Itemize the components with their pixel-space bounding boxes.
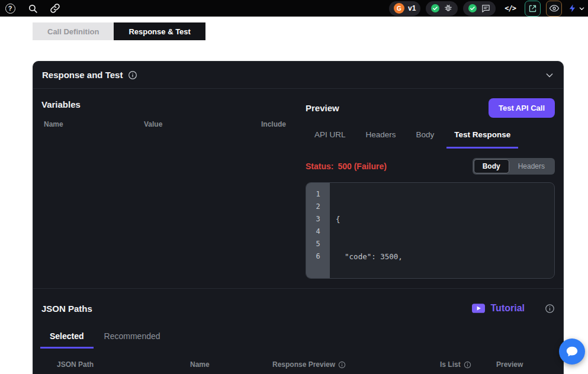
code-line: "code": 3500,	[336, 250, 548, 263]
body-headers-toggle: Body Headers	[473, 158, 555, 175]
bug-icon	[444, 4, 453, 13]
tab-recommended[interactable]: Recommended	[104, 331, 160, 349]
open-external-button[interactable]	[525, 1, 541, 17]
json-paths-header-right: Tutorial	[472, 303, 555, 314]
variables-section: Variables Name Value Include	[41, 98, 302, 279]
comment-icon	[481, 4, 491, 14]
tab-test-response[interactable]: Test Response	[446, 130, 518, 149]
variables-column-headers: Name Value Include	[41, 120, 302, 128]
code-icon[interactable]: </>	[501, 4, 519, 12]
variables-title: Variables	[41, 99, 302, 109]
tab-headers[interactable]: Headers	[366, 130, 396, 149]
code-line: {	[336, 213, 548, 225]
column-include: Include	[261, 120, 302, 128]
toggle-body[interactable]: Body	[474, 159, 509, 173]
chat-launcher-button[interactable]	[559, 338, 585, 365]
help-glyph: ?	[5, 4, 15, 14]
version-badge[interactable]: G v1	[389, 1, 420, 16]
line-number: 2	[306, 201, 330, 213]
topbar-right-group: G v1 </>	[389, 1, 588, 17]
tab-api-url[interactable]: API URL	[314, 130, 346, 149]
column-value: Value	[144, 120, 261, 128]
column-is-list-label: Is List	[440, 360, 461, 369]
check-circle-icon	[468, 4, 477, 13]
preview-section: Preview Test API Call API URL Headers Bo…	[302, 98, 555, 279]
tab-call-definition[interactable]: Call Definition	[33, 22, 114, 40]
help-icon[interactable]: ?	[4, 2, 17, 15]
topbar-left-group: ?	[4, 2, 62, 15]
status-row: Status: 500 (Failure) Body Headers	[306, 158, 555, 175]
preview-tabs: API URL Headers Body Test Response	[306, 130, 555, 149]
info-icon[interactable]	[545, 304, 555, 314]
column-is-list: Is List	[440, 360, 496, 369]
tutorial-link[interactable]: Tutorial	[491, 303, 525, 314]
tab-selected[interactable]: Selected	[40, 331, 94, 349]
chevron-down-icon	[579, 5, 585, 12]
line-number: 5	[306, 238, 330, 250]
column-response-preview: Response Preview	[272, 360, 440, 369]
version-label: v1	[408, 4, 416, 12]
run-mode-menu-button[interactable]	[567, 3, 586, 14]
panel-header[interactable]: Response and Test	[33, 62, 563, 89]
preview-toggle-button[interactable]	[546, 1, 562, 17]
external-link-icon	[528, 4, 537, 13]
info-icon[interactable]	[464, 361, 471, 369]
eye-icon	[549, 3, 560, 14]
response-body-code[interactable]: { "code": 3500, "message": "Internal Ser…	[330, 183, 554, 278]
column-json-path: JSON Path	[57, 360, 190, 369]
panel-title: Response and Test	[42, 70, 123, 80]
json-paths-section: JSON Paths Tutorial Selected Recommended…	[33, 288, 563, 374]
status-value: 500 (Failure)	[338, 162, 386, 171]
line-number: 3	[306, 213, 330, 225]
line-number: 6	[306, 250, 330, 263]
preview-header: Preview Test API Call	[306, 98, 555, 118]
tab-body[interactable]: Body	[416, 130, 435, 149]
topbar: ? G v1 </>	[0, 0, 588, 17]
tab-response-test[interactable]: Response & Test	[114, 22, 205, 40]
info-icon[interactable]	[128, 70, 137, 80]
column-response-preview-label: Response Preview	[272, 360, 335, 369]
response-body-editor[interactable]: 1 2 3 4 5 6 { "code": 3500, "message": "…	[306, 182, 555, 279]
link-icon[interactable]	[49, 2, 62, 15]
issues-status-badge[interactable]	[426, 1, 458, 16]
line-number-gutter: 1 2 3 4 5 6	[306, 183, 330, 278]
column-preview: Preview	[496, 360, 523, 369]
youtube-icon[interactable]	[472, 304, 485, 313]
info-icon[interactable]	[338, 361, 346, 369]
line-number: 4	[306, 225, 330, 238]
search-icon[interactable]	[26, 2, 39, 15]
status-label: Status:	[306, 162, 333, 171]
test-api-call-button[interactable]: Test API Call	[489, 98, 555, 118]
page-tabs: Call Definition Response & Test	[33, 22, 205, 40]
json-paths-header: JSON Paths Tutorial	[41, 303, 555, 314]
chat-bubble-icon	[565, 345, 579, 358]
line-number: 1	[306, 188, 330, 201]
column-name: Name	[41, 120, 144, 128]
panel-body: Variables Name Value Include Preview Tes…	[33, 89, 563, 288]
plugin-logo-icon: G	[394, 3, 404, 14]
lightning-icon	[568, 3, 577, 14]
preview-title: Preview	[306, 103, 339, 113]
status-text: Status: 500 (Failure)	[306, 162, 387, 171]
json-paths-title: JSON Paths	[41, 304, 92, 314]
column-name: Name	[190, 360, 272, 369]
response-test-panel: Response and Test Variables Name Value I…	[33, 61, 564, 374]
json-paths-table-header: JSON Path Name Response Preview Is List …	[41, 360, 555, 369]
comments-status-badge[interactable]	[463, 1, 496, 16]
toggle-headers[interactable]: Headers	[509, 159, 554, 173]
json-paths-tabs: Selected Recommended	[41, 331, 555, 349]
check-circle-icon	[430, 4, 440, 13]
collapse-chevron-icon[interactable]	[545, 70, 554, 80]
